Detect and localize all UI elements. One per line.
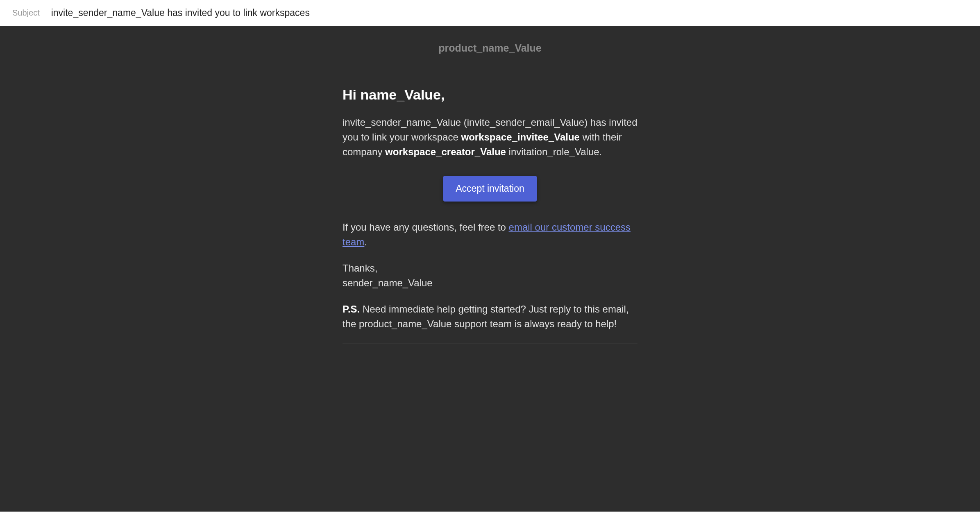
- questions-prefix: If you have any questions, feel free to: [343, 222, 509, 233]
- greeting-prefix: Hi: [343, 87, 360, 102]
- ps-paragraph: P.S. Need immediate help getting started…: [343, 302, 637, 331]
- subject-label: Subject: [12, 8, 40, 18]
- workspace-invitee: workspace_invitee_Value: [461, 131, 580, 143]
- divider: [343, 344, 637, 344]
- sender-name: sender_name_Value: [343, 277, 433, 288]
- thanks-text: Thanks,: [343, 263, 377, 274]
- signoff: Thanks, sender_name_Value: [343, 261, 637, 290]
- email-body: product_name_Value Hi name_Value, invite…: [0, 26, 980, 512]
- subject-bar: Subject invite_sender_name_Value has inv…: [0, 0, 980, 26]
- greeting: Hi name_Value,: [343, 87, 637, 103]
- ps-label: P.S.: [343, 304, 360, 315]
- greeting-name: name_Value: [360, 87, 441, 102]
- ps-text: Need immediate help getting started? Jus…: [343, 304, 629, 329]
- questions-suffix: .: [364, 236, 367, 247]
- product-name: product_name_Value: [0, 42, 980, 54]
- invite-text-c: invitation_role_Value.: [506, 146, 602, 157]
- accept-invitation-button[interactable]: Accept invitation: [443, 176, 536, 202]
- email-content: Hi name_Value, invite_sender_name_Value …: [334, 87, 646, 344]
- invite-paragraph: invite_sender_name_Value (invite_sender_…: [343, 115, 637, 159]
- subject-text: invite_sender_name_Value has invited you…: [51, 7, 310, 18]
- workspace-creator: workspace_creator_Value: [385, 146, 506, 157]
- questions-paragraph: If you have any questions, feel free to …: [343, 220, 637, 249]
- greeting-suffix: ,: [441, 87, 445, 102]
- button-container: Accept invitation: [343, 176, 637, 202]
